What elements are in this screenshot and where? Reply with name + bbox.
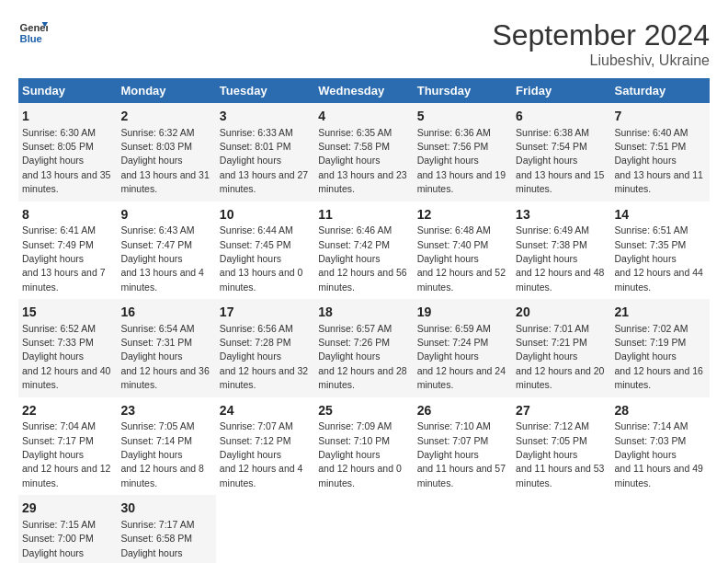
day-info: Sunrise: 6:32 AMSunset: 8:03 PMDaylight …: [120, 127, 209, 195]
calendar-cell: 12 Sunrise: 6:48 AMSunset: 7:40 PMDaylig…: [414, 201, 512, 300]
day-info: Sunrise: 6:43 AMSunset: 7:47 PMDaylight …: [120, 224, 204, 293]
day-info: Sunrise: 7:04 AMSunset: 7:17 PMDaylight …: [22, 420, 110, 488]
calendar-cell: 18 Sunrise: 6:57 AMSunset: 7:26 PMDaylig…: [314, 299, 413, 397]
day-number: 23: [120, 402, 211, 420]
day-number: 26: [417, 402, 508, 420]
day-info: Sunrise: 6:48 AMSunset: 7:40 PMDaylight …: [417, 224, 506, 293]
day-info: Sunrise: 6:57 AMSunset: 7:26 PMDaylight …: [318, 323, 406, 391]
day-number: 29: [22, 500, 113, 518]
day-number: 2: [120, 108, 211, 126]
day-info: Sunrise: 6:54 AMSunset: 7:31 PMDaylight …: [120, 323, 209, 391]
calendar-cell: 29 Sunrise: 7:15 AMSunset: 7:00 PMDaylig…: [18, 495, 117, 563]
week-row-3: 15 Sunrise: 6:52 AMSunset: 7:33 PMDaylig…: [18, 299, 710, 397]
day-info: Sunrise: 7:10 AMSunset: 7:07 PMDaylight …: [417, 420, 506, 488]
calendar-cell: 2 Sunrise: 6:32 AMSunset: 8:03 PMDayligh…: [117, 103, 215, 201]
day-header-monday: Monday: [117, 78, 215, 103]
day-number: 21: [615, 304, 706, 322]
day-number: 4: [318, 108, 409, 126]
calendar-cell: 30 Sunrise: 7:17 AMSunset: 6:58 PMDaylig…: [117, 495, 215, 563]
day-number: 11: [318, 206, 409, 224]
title-section: September 2024 Liubeshiv, Ukraine: [492, 18, 710, 69]
week-row-2: 8 Sunrise: 6:41 AMSunset: 7:49 PMDayligh…: [18, 201, 710, 300]
day-info: Sunrise: 6:30 AMSunset: 8:05 PMDaylight …: [22, 127, 110, 195]
calendar-cell: 24 Sunrise: 7:07 AMSunset: 7:12 PMDaylig…: [216, 397, 314, 496]
day-number: 25: [318, 402, 409, 420]
day-number: 6: [516, 108, 607, 126]
calendar-cell: 28 Sunrise: 7:14 AMSunset: 7:03 PMDaylig…: [611, 397, 710, 496]
day-info: Sunrise: 6:44 AMSunset: 7:45 PMDaylight …: [220, 224, 303, 293]
day-info: Sunrise: 6:56 AMSunset: 7:28 PMDaylight …: [220, 323, 308, 391]
day-info: Sunrise: 6:33 AMSunset: 8:01 PMDaylight …: [220, 127, 308, 195]
day-number: 14: [615, 206, 706, 224]
day-info: Sunrise: 7:01 AMSunset: 7:21 PMDaylight …: [516, 323, 604, 391]
day-info: Sunrise: 6:52 AMSunset: 7:33 PMDaylight …: [22, 323, 110, 391]
calendar-cell: 19 Sunrise: 6:59 AMSunset: 7:24 PMDaylig…: [414, 299, 512, 397]
day-header-friday: Friday: [512, 78, 610, 103]
calendar-cell: 21 Sunrise: 7:02 AMSunset: 7:19 PMDaylig…: [611, 299, 710, 397]
day-header-wednesday: Wednesday: [314, 78, 413, 103]
day-number: 22: [22, 402, 113, 420]
calendar-cell: 4 Sunrise: 6:35 AMSunset: 7:58 PMDayligh…: [314, 103, 413, 201]
location-subtitle: Liubeshiv, Ukraine: [492, 52, 710, 69]
day-info: Sunrise: 6:36 AMSunset: 7:56 PMDaylight …: [417, 127, 506, 195]
calendar-cell: 1 Sunrise: 6:30 AMSunset: 8:05 PMDayligh…: [18, 103, 117, 201]
day-number: 13: [516, 206, 607, 224]
calendar-cell: 11 Sunrise: 6:46 AMSunset: 7:42 PMDaylig…: [314, 201, 413, 300]
calendar-cell: 3 Sunrise: 6:33 AMSunset: 8:01 PMDayligh…: [216, 103, 314, 201]
day-number: 7: [615, 108, 706, 126]
day-header-thursday: Thursday: [414, 78, 512, 103]
day-info: Sunrise: 7:09 AMSunset: 7:10 PMDaylight …: [318, 420, 402, 488]
day-header-saturday: Saturday: [611, 78, 710, 103]
day-header-tuesday: Tuesday: [216, 78, 314, 103]
day-number: 27: [516, 402, 607, 420]
calendar-cell: [611, 495, 710, 563]
calendar-cell: 6 Sunrise: 6:38 AMSunset: 7:54 PMDayligh…: [512, 103, 610, 201]
day-number: 17: [220, 304, 311, 322]
day-number: 12: [417, 206, 508, 224]
day-number: 10: [220, 206, 311, 224]
day-number: 3: [220, 108, 311, 126]
day-number: 19: [417, 304, 508, 322]
calendar-cell: 10 Sunrise: 6:44 AMSunset: 7:45 PMDaylig…: [216, 201, 314, 300]
day-info: Sunrise: 7:07 AMSunset: 7:12 PMDaylight …: [220, 420, 303, 488]
calendar-cell: 9 Sunrise: 6:43 AMSunset: 7:47 PMDayligh…: [117, 201, 215, 300]
day-info: Sunrise: 7:12 AMSunset: 7:05 PMDaylight …: [516, 420, 604, 488]
calendar-cell: 15 Sunrise: 6:52 AMSunset: 7:33 PMDaylig…: [18, 299, 117, 397]
week-row-1: 1 Sunrise: 6:30 AMSunset: 8:05 PMDayligh…: [18, 103, 710, 201]
page-header: General Blue September 2024 Liubeshiv, U…: [18, 18, 710, 69]
logo-icon: General Blue: [18, 18, 48, 48]
calendar-cell: 20 Sunrise: 7:01 AMSunset: 7:21 PMDaylig…: [512, 299, 610, 397]
day-number: 8: [22, 206, 113, 224]
month-title: September 2024: [492, 18, 710, 52]
day-info: Sunrise: 6:59 AMSunset: 7:24 PMDaylight …: [417, 323, 506, 391]
calendar-cell: [414, 495, 512, 563]
calendar-table: SundayMondayTuesdayWednesdayThursdayFrid…: [18, 78, 710, 563]
day-info: Sunrise: 6:46 AMSunset: 7:42 PMDaylight …: [318, 224, 406, 293]
week-row-5: 29 Sunrise: 7:15 AMSunset: 7:00 PMDaylig…: [18, 495, 710, 563]
calendar-cell: [216, 495, 314, 563]
calendar-cell: 25 Sunrise: 7:09 AMSunset: 7:10 PMDaylig…: [314, 397, 413, 496]
day-header-sunday: Sunday: [18, 78, 117, 103]
calendar-cell: 16 Sunrise: 6:54 AMSunset: 7:31 PMDaylig…: [117, 299, 215, 397]
calendar-cell: 26 Sunrise: 7:10 AMSunset: 7:07 PMDaylig…: [414, 397, 512, 496]
day-info: Sunrise: 7:14 AMSunset: 7:03 PMDaylight …: [615, 420, 703, 488]
day-info: Sunrise: 7:05 AMSunset: 7:14 PMDaylight …: [120, 420, 204, 488]
calendar-cell: 23 Sunrise: 7:05 AMSunset: 7:14 PMDaylig…: [117, 397, 215, 496]
header-row: SundayMondayTuesdayWednesdayThursdayFrid…: [18, 78, 710, 103]
day-info: Sunrise: 7:15 AMSunset: 7:00 PMDaylight …: [22, 519, 110, 563]
calendar-cell: 5 Sunrise: 6:36 AMSunset: 7:56 PMDayligh…: [414, 103, 512, 201]
day-info: Sunrise: 6:40 AMSunset: 7:51 PMDaylight …: [615, 127, 703, 195]
day-number: 1: [22, 108, 113, 126]
day-number: 16: [120, 304, 211, 322]
calendar-cell: 14 Sunrise: 6:51 AMSunset: 7:35 PMDaylig…: [611, 201, 710, 300]
calendar-cell: 7 Sunrise: 6:40 AMSunset: 7:51 PMDayligh…: [611, 103, 710, 201]
calendar-cell: 13 Sunrise: 6:49 AMSunset: 7:38 PMDaylig…: [512, 201, 610, 300]
week-row-4: 22 Sunrise: 7:04 AMSunset: 7:17 PMDaylig…: [18, 397, 710, 496]
calendar-cell: 27 Sunrise: 7:12 AMSunset: 7:05 PMDaylig…: [512, 397, 610, 496]
calendar-cell: 22 Sunrise: 7:04 AMSunset: 7:17 PMDaylig…: [18, 397, 117, 496]
calendar-cell: [512, 495, 610, 563]
day-number: 18: [318, 304, 409, 322]
day-info: Sunrise: 6:41 AMSunset: 7:49 PMDaylight …: [22, 224, 106, 293]
day-number: 9: [120, 206, 211, 224]
day-number: 15: [22, 304, 113, 322]
